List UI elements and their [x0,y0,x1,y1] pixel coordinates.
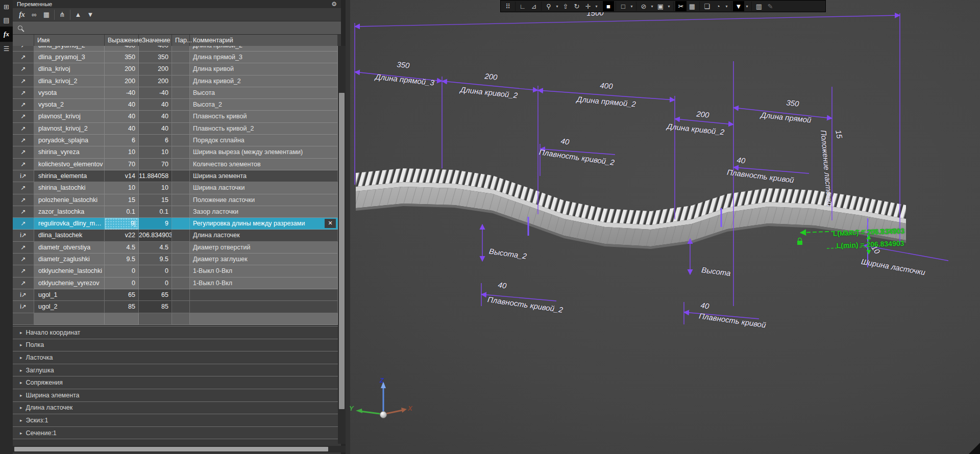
visibility-box-icon-dropdown[interactable]: ▾ [666,1,672,11]
resize-corner-icon[interactable] [969,443,980,454]
column-header[interactable] [13,35,34,46]
variable-param-cell[interactable] [172,194,190,206]
variable-name-cell[interactable]: dlina_pryamoj_2 [34,46,105,52]
move-triad-icon[interactable]: ✛ [582,1,594,11]
filter-icon[interactable]: ▼ [733,1,744,11]
variable-name-cell[interactable]: ugol_1 [34,289,105,301]
column-header-value[interactable]: Значение [139,35,172,46]
view-orient-icon[interactable]: ⇧ [560,1,571,11]
explode-cube-icon[interactable]: ❏ [701,1,713,11]
variable-param-cell[interactable] [172,123,190,135]
variable-param-cell[interactable] [172,254,190,265]
column-header-expression[interactable]: Выражение [105,35,139,46]
shaded-view-icon[interactable]: ■ [603,1,614,11]
variable-param-cell[interactable] [172,242,190,254]
variable-param-cell[interactable] [172,146,190,158]
variable-row[interactable]: ↗ kolichestvo_elementov 70 70 Количество… [13,159,338,170]
wireframe-view-icon[interactable]: □ [618,1,629,11]
dim-value[interactable]: 15 [834,129,844,139]
variable-expression-cell[interactable]: 40 [105,123,139,135]
variable-param-cell[interactable] [172,301,190,313]
variable-name-cell[interactable]: shirina_vyreza [34,146,105,158]
variable-comment-cell[interactable]: Плавность кривой_2 [190,123,338,135]
variable-expression-cell[interactable]: 9 [105,218,139,230]
annotation-list-icon[interactable]: ▤ [0,13,13,27]
variable-expression-cell[interactable]: 40 [105,99,139,111]
variable-expression-cell[interactable]: 10 [105,182,139,194]
variable-expression-cell[interactable]: 0.1 [105,206,139,218]
browser-tree-icon[interactable]: ⊞ [0,0,13,13]
variable-expression-cell[interactable]: 350 [105,52,139,63]
column-header-param[interactable]: Пар... [172,35,190,46]
grid-table-icon[interactable]: ▦ [687,1,698,11]
variable-expression-cell[interactable]: 65 [105,289,139,301]
dim-value[interactable]: 200 [484,71,498,82]
variable-name-cell[interactable]: shirina_elementa [34,170,105,182]
rotate-view-icon[interactable]: ↻ [571,1,582,11]
variable-comment-cell[interactable]: Положение ласточки [190,194,338,206]
variable-comment-cell[interactable]: 1-Выкл 0-Вкл [190,265,338,277]
variable-row[interactable]: i↗ ugol_1 65 65 [13,289,338,301]
visibility-box-icon[interactable]: ▣ [655,1,666,11]
vertical-scrollbar-thumb[interactable] [339,93,345,409]
section-header[interactable]: ▸Длина ласточек [13,401,338,414]
variable-name-cell[interactable]: vysota [34,87,105,99]
close-edit-icon[interactable]: × [325,219,336,228]
variable-expression-cell[interactable] [105,313,139,325]
grip-handle-icon[interactable]: ⠿ [502,1,513,11]
variable-expression-cell[interactable]: v14 [105,170,139,182]
variable-name-cell[interactable]: diametr_otverstiya [34,242,105,254]
variable-name-cell[interactable]: dlina_lastochek [34,230,105,241]
section-header[interactable]: ▸Сопряжения [13,376,338,389]
variable-name-cell[interactable]: shirina_lastochki [34,182,105,194]
variable-param-cell[interactable] [172,170,190,182]
variable-comment-cell[interactable]: Ширина элемента [190,170,338,182]
variable-param-cell[interactable] [172,313,190,325]
variable-expression-cell[interactable]: 15 [105,194,139,206]
variable-row[interactable]: ↗ regulirovka_dliny_mezh... 9 9 Регулиро… [13,218,338,230]
variable-param-cell[interactable] [172,230,190,241]
variable-name-cell[interactable] [34,313,105,325]
measure-protractor-icon[interactable]: ◔ [713,1,724,11]
variable-param-cell[interactable] [172,265,190,277]
variable-row[interactable]: ↗ dlina_krivoj 200 200 Длина кривой [13,63,338,75]
variable-comment-cell[interactable]: 1-Выкл 0-Вкл [190,278,338,289]
variable-param-cell[interactable] [172,75,190,87]
variable-expression-cell[interactable]: 70 [105,159,139,170]
variable-name-cell[interactable]: diametr_zaglushki [34,254,105,265]
variable-name-cell[interactable]: otklyuchenie_vyrezov [34,278,105,289]
main-menu-icon[interactable]: ☰ [0,42,13,55]
variable-expression-cell[interactable]: 200 [105,63,139,75]
variable-comment-cell[interactable]: Ширина выреза (между элементами) [190,146,338,158]
variable-expression-cell[interactable]: 400 [105,46,139,52]
dim-value[interactable]: 40 [560,136,570,146]
variable-name-cell[interactable]: dlina_pryamoj_3 [34,52,105,63]
column-measure-icon[interactable]: ▥ [753,1,765,11]
dim-value[interactable]: 350 [397,60,410,70]
variable-row[interactable]: ↗ diametr_zaglushki 9.5 9.5 Диаметр загл… [13,254,338,265]
variable-expression-cell[interactable]: 85 [105,301,139,313]
column-header-comment[interactable]: Комментарий [190,35,338,46]
variable-comment-cell[interactable] [190,289,338,301]
variable-comment-cell[interactable] [190,301,338,313]
variable-name-cell[interactable]: dlina_krivoj [34,63,105,75]
dim-value[interactable]: 350 [786,98,800,108]
variable-row[interactable]: i↗ ugol_2 85 85 [13,301,338,313]
variable-comment-cell[interactable]: Длина кривой [190,63,338,75]
sketch-plane-icon[interactable]: ⊿ [528,1,540,11]
fx-equation-icon[interactable]: fx [16,10,28,20]
variable-name-cell[interactable]: poryadok_splajna [34,135,105,146]
variable-param-cell[interactable] [172,135,190,146]
hide-objects-icon[interactable]: ⊘ [638,1,649,11]
variable-param-cell[interactable] [172,52,190,63]
measure-protractor-icon-dropdown[interactable]: ▾ [724,1,729,11]
variable-row[interactable]: ↗ dlina_pryamoj_2 400 400 Длина прямой_2 [13,46,338,52]
variable-row[interactable]: ↗ plavnost_krivoj 40 40 Плавность кривой [13,111,338,122]
variable-comment-cell[interactable]: Длина прямой_2 [190,46,338,52]
variable-row[interactable]: ↗ diametr_otverstiya 4.5 4.5 Диаметр отв… [13,242,338,254]
variable-expression-cell[interactable]: -40 [105,87,139,99]
variable-expression-cell[interactable]: 0 [105,278,139,289]
move-down-icon[interactable]: ▼ [84,10,96,20]
variable-expression-cell[interactable]: 10 [105,146,139,158]
variable-row[interactable]: ↗ poryadok_splajna 6 6 Порядок сплайна [13,135,338,146]
